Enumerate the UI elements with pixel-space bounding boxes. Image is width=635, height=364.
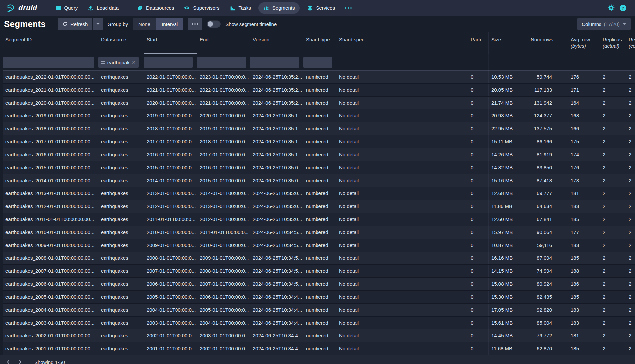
cell-start[interactable]: 2018-01-01T00:00:0... (144, 122, 197, 135)
cell-shard-type[interactable]: numbered (303, 291, 336, 303)
cell-avg-row-size[interactable]: 183 (568, 304, 600, 316)
columns-button[interactable]: Columns (17/20) (577, 18, 631, 30)
cell-size[interactable]: 20.93 MB (489, 109, 528, 122)
cell-end[interactable]: 2021-01-01T00:00:0... (197, 97, 250, 109)
cell-replicas[interactable]: 2 (600, 122, 626, 135)
cell-start[interactable]: 2005-01-01T00:00:0... (144, 291, 197, 303)
cell-num-rows[interactable]: 64,634 (528, 200, 568, 213)
cell-num-rows[interactable]: 62,870 (528, 342, 568, 355)
cell-num-rows[interactable]: 124,377 (528, 109, 568, 122)
cell-partition[interactable]: 0 (468, 109, 489, 122)
cell-datasource[interactable]: earthquakes (98, 122, 144, 135)
cell-num-rows[interactable]: 80,924 (528, 278, 568, 290)
cell-num-rows[interactable]: 87,418 (528, 174, 568, 187)
cell-start[interactable]: 2010-01-01T00:00:0... (144, 226, 197, 239)
cell-avg-row-size[interactable]: 183 (568, 317, 600, 329)
cell-partition[interactable]: 0 (468, 71, 489, 83)
cell-start[interactable]: 2019-01-01T00:00:0... (144, 109, 197, 122)
table-row[interactable]: earthquakes_2021-01-01T00:00:00.00... ea… (3, 84, 635, 97)
cell-avg-row-size[interactable]: 185 (568, 291, 600, 303)
cell-datasource[interactable]: earthquakes (98, 135, 144, 148)
cell-num-rows[interactable]: 137,575 (528, 122, 568, 135)
cell-shard-spec[interactable]: No detail (336, 213, 468, 226)
cell-version[interactable]: 2024-06-25T10:35:2... (250, 97, 303, 109)
cell-shard-spec[interactable]: No detail (336, 109, 468, 122)
cell-avg-row-size[interactable]: 164 (568, 97, 600, 109)
cell-end[interactable]: 2014-01-01T00:00:0... (197, 187, 250, 200)
cell-partition[interactable]: 0 (468, 200, 489, 213)
cell-avg-row-size[interactable]: 185 (568, 213, 600, 226)
cell-size[interactable]: 20.05 MB (489, 84, 528, 96)
cell-replication-factor[interactable]: 2 (626, 187, 635, 200)
cell-end[interactable]: 2009-01-01T00:00:0... (197, 252, 250, 264)
table-row[interactable]: earthquakes_2005-01-01T00:00:00.00... ea… (3, 291, 635, 304)
cell-avg-row-size[interactable]: 168 (568, 109, 600, 122)
cell-size[interactable]: 22.95 MB (489, 122, 528, 135)
cell-size[interactable]: 14.15 MB (489, 265, 528, 277)
cell-version[interactable]: 2024-06-25T10:34:4... (250, 329, 303, 342)
refresh-button[interactable]: Refresh (58, 18, 93, 30)
cell-start[interactable]: 2004-01-01T00:00:0... (144, 304, 197, 316)
cell-shard-type[interactable]: numbered (303, 265, 336, 277)
cell-segment-id[interactable]: earthquakes_2003-01-01T00:00:00.00... (3, 317, 98, 329)
table-row[interactable]: earthquakes_2010-01-01T00:00:00.00... ea… (3, 226, 635, 239)
cell-datasource[interactable]: earthquakes (98, 213, 144, 226)
cell-partition[interactable]: 0 (468, 122, 489, 135)
cell-replicas[interactable]: 2 (600, 239, 626, 252)
cell-version[interactable]: 2024-06-25T10:35:0... (250, 187, 303, 200)
group-by-none-button[interactable]: None (133, 18, 156, 30)
cell-end[interactable]: 2010-01-01T00:00:0... (197, 239, 250, 252)
cell-version[interactable]: 2024-06-25T10:35:1... (250, 122, 303, 135)
cell-datasource[interactable]: earthquakes (98, 97, 144, 109)
cell-start[interactable]: 2016-01-01T00:00:0... (144, 148, 197, 161)
cell-datasource[interactable]: earthquakes (98, 174, 144, 187)
cell-avg-row-size[interactable]: 173 (568, 174, 600, 187)
cell-version[interactable]: 2024-06-25T10:34:5... (250, 265, 303, 277)
cell-end[interactable]: 2018-01-01T00:00:0... (197, 135, 250, 148)
cell-replication-factor[interactable]: 2 (626, 304, 635, 316)
cell-size[interactable]: 14.45 MB (489, 329, 528, 342)
previous-page-button[interactable] (3, 357, 13, 364)
cell-end[interactable]: 2015-01-01T00:00:0... (197, 174, 250, 187)
cell-shard-type[interactable]: numbered (303, 304, 336, 316)
cell-partition[interactable]: 0 (468, 265, 489, 277)
cell-num-rows[interactable]: 131,942 (528, 97, 568, 109)
cell-replication-factor[interactable]: 2 (626, 109, 635, 122)
cell-avg-row-size[interactable]: 166 (568, 122, 600, 135)
cell-replicas[interactable]: 2 (600, 109, 626, 122)
cell-end[interactable]: 2003-01-01T00:00:0... (197, 329, 250, 342)
cell-replicas[interactable]: 2 (600, 278, 626, 290)
cell-avg-row-size[interactable]: 176 (568, 71, 600, 83)
cell-shard-type[interactable]: numbered (303, 213, 336, 226)
cell-shard-spec[interactable]: No detail (336, 265, 468, 277)
cell-shard-type[interactable]: numbered (303, 342, 336, 355)
nav-item-load-data[interactable]: Load data (83, 0, 124, 16)
cell-replicas[interactable]: 2 (600, 84, 626, 96)
cell-start[interactable]: 2007-01-01T00:00:0... (144, 265, 197, 277)
table-row[interactable]: earthquakes_2011-01-01T00:00:00.00... ea… (3, 213, 635, 226)
cell-segment-id[interactable]: earthquakes_2022-01-01T00:00:00.00... (3, 71, 98, 83)
cell-size[interactable]: 12.60 MB (489, 213, 528, 226)
cell-avg-row-size[interactable]: 185 (568, 342, 600, 355)
cell-replicas[interactable]: 2 (600, 342, 626, 355)
cell-end[interactable]: 2002-01-01T00:00:0... (197, 342, 250, 355)
cell-start[interactable]: 2006-01-01T00:00:0... (144, 278, 197, 290)
cell-partition[interactable]: 0 (468, 148, 489, 161)
cell-size[interactable]: 12.68 MB (489, 187, 528, 200)
cell-num-rows[interactable]: 117,133 (528, 84, 568, 96)
cell-shard-type[interactable]: numbered (303, 187, 336, 200)
cell-size[interactable]: 15.30 MB (489, 291, 528, 303)
table-row[interactable]: earthquakes_2012-01-01T00:00:00.00... ea… (3, 200, 635, 213)
table-row[interactable]: earthquakes_2006-01-01T00:00:00.00... ea… (3, 278, 635, 291)
cell-avg-row-size[interactable]: 181 (568, 329, 600, 342)
cell-datasource[interactable]: earthquakes (98, 342, 144, 355)
cell-shard-type[interactable]: numbered (303, 97, 336, 109)
cell-partition[interactable]: 0 (468, 329, 489, 342)
cell-size[interactable]: 14.26 MB (489, 148, 528, 161)
cell-start[interactable]: 2021-01-01T00:00:0... (144, 84, 197, 96)
cell-avg-row-size[interactable]: 176 (568, 161, 600, 174)
cell-partition[interactable]: 0 (468, 317, 489, 329)
cell-segment-id[interactable]: earthquakes_2006-01-01T00:00:00.00... (3, 278, 98, 290)
cell-version[interactable]: 2024-06-25T10:34:5... (250, 252, 303, 264)
filter-segment-id-input[interactable] (3, 57, 94, 68)
